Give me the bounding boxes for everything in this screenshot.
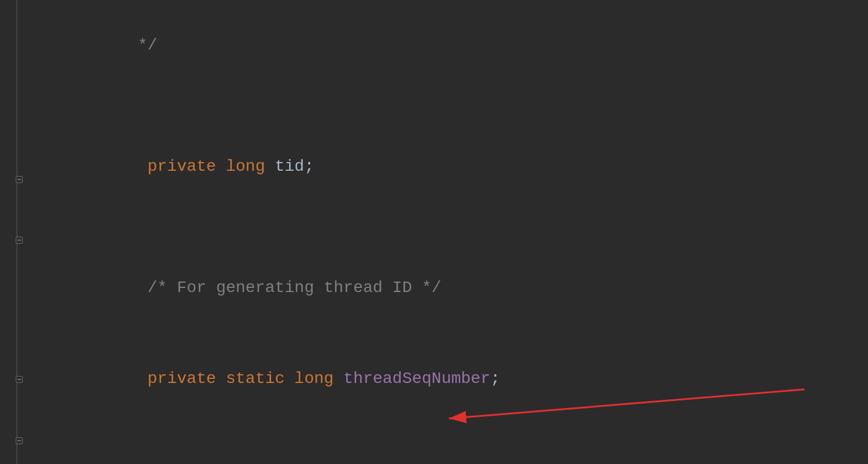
code-line-empty: [50, 424, 856, 455]
code-line: private long tid;: [50, 121, 856, 212]
code-token: tid;: [275, 157, 314, 175]
code-content: */ private long tid; /* For generating t…: [38, 0, 868, 464]
code-token: long: [294, 370, 343, 388]
fold-marker-4[interactable]: [16, 437, 23, 444]
fold-marker-1[interactable]: [16, 176, 23, 183]
code-line: /* For generating thread ID */: [50, 242, 856, 333]
code-line-empty: [50, 91, 856, 121]
code-line: */: [50, 0, 856, 91]
code-token: long: [226, 157, 275, 175]
code-token: /* For generating thread ID */: [108, 279, 441, 297]
code-editor: */ private long tid; /* For generating t…: [0, 0, 868, 464]
code-line-empty: [50, 212, 856, 242]
fold-marker-3[interactable]: [16, 376, 23, 383]
code-token: private: [108, 157, 226, 175]
code-token: */: [108, 36, 157, 54]
code-token: private: [108, 370, 226, 388]
fold-marker-2[interactable]: [16, 237, 23, 244]
code-token: threadSeqNumber: [343, 370, 490, 388]
code-token: static: [226, 370, 294, 388]
code-token: ;: [490, 370, 500, 388]
code-line: /* Java thread status for tools,: [50, 455, 856, 464]
code-line: private static long threadSeqNumber;: [50, 333, 856, 424]
editor-gutter: [0, 0, 38, 464]
